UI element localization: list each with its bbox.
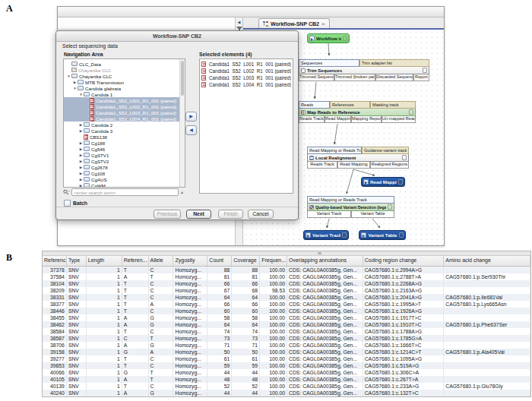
input-port[interactable]: Reads [299, 101, 330, 109]
input-port[interactable]: Guidance-variant track [362, 147, 409, 154]
tree-item[interactable]: ▶Cg2678 [64, 164, 185, 170]
tree-expander-icon[interactable]: ▶ [72, 81, 78, 84]
node-menu-icon[interactable] [398, 179, 403, 185]
search-input[interactable] [71, 188, 179, 196]
tree-expander-icon[interactable]: ▶ [78, 166, 84, 169]
tree-scrollbar[interactable] [179, 59, 185, 187]
table-header-cell[interactable]: Referenc... [43, 256, 67, 266]
node-menu-icon[interactable] [343, 36, 347, 41]
step-header[interactable]: Local Realignment [307, 154, 409, 162]
table-row[interactable]: 39853SNV1TCHomozyg...5959100.00CDS: CAGL… [43, 362, 530, 369]
tree-item[interactable]: ▶CgSTV1 [64, 152, 185, 158]
tree-expander-icon[interactable]: ▶ [78, 178, 84, 182]
table-row[interactable]: 39158SNV1GAHomozyg...5050100.00CDS: CAGL… [43, 349, 530, 355]
input-port[interactable]: Read Mapping or Reads Track [307, 196, 394, 204]
input-port[interactable]: References [330, 101, 370, 109]
table-row[interactable]: 38377SNV1TAHomozyg...6666100.00CDS: CAGL… [43, 301, 530, 308]
tree-item[interactable]: ▶CgAUS [64, 176, 185, 182]
tree-item[interactable]: ▶Cg108 [64, 170, 185, 176]
add-elements-button[interactable]: ▶ [185, 112, 197, 122]
output-port[interactable]: Realigned Regions [370, 162, 409, 169]
tree-item[interactable]: ▼Chayanika CLC [64, 73, 185, 79]
tree-item[interactable]: ▶Cg546 [64, 146, 185, 152]
search-icon[interactable] [63, 189, 70, 196]
output-port[interactable]: Trimmed Sequences [299, 74, 334, 81]
selected-element[interactable]: Candida1_S52_L002_R1_001 (paired) [200, 68, 293, 74]
table-header-cell[interactable]: Zygosity [173, 256, 207, 266]
tree-item[interactable]: Candida1_S52_L003_R1_001 (paired) [64, 109, 185, 115]
tree-item[interactable]: ▶CgSTV2 [64, 158, 185, 164]
tab-workflow-snp-cb2[interactable]: Workflow-SNP CB2 × [258, 18, 330, 28]
table-header-cell[interactable]: Coding region change [363, 256, 445, 266]
tree-expander-icon[interactable]: ▶ [78, 153, 84, 157]
workflow-block-qvd[interactable]: Read Mapping or Reads TrackQuality-based… [307, 196, 394, 218]
table-row[interactable]: 38706SNV1AGHomozyg...7171100.00CDS: CAGL… [43, 342, 530, 349]
tree-item[interactable]: ▶MTB Transmission [64, 79, 185, 85]
tree-item[interactable]: ▶Candida 2 [64, 122, 185, 128]
tree-item[interactable]: ▼Candida 1 [64, 91, 185, 97]
node-menu-icon[interactable] [423, 68, 427, 73]
table-row[interactable]: 38331SNV1TCHomozyg...6464100.00CDS: CAGL… [43, 294, 530, 301]
tree-item[interactable]: Candida1_S52_L004_R1_001 (paired) [64, 115, 185, 122]
tree-item[interactable]: ▶CgWM [64, 182, 185, 188]
remove-elements-button[interactable]: ◀ [185, 125, 197, 135]
table-row[interactable]: 40139SNV1TCHomozyg...5252100.00CDS: CAGL… [43, 383, 530, 390]
selected-element[interactable]: Candida1_S52_L001_R1_001 (paired) [200, 61, 293, 68]
tree-item[interactable]: Chayanika CLC [64, 67, 185, 73]
tree-expander-icon[interactable]: ▼ [78, 93, 84, 96]
tree-expander-icon[interactable]: ▼ [72, 87, 78, 90]
table-row[interactable]: 38104SNV1TCHomozyg...6666100.00CDS: CAGL… [43, 280, 530, 287]
workflow-block-realign[interactable]: Read Mapping or Reads TrackGuidance-vari… [307, 147, 409, 169]
input-port[interactable]: Masking track [370, 101, 416, 109]
table-header-cell[interactable]: Coverage [232, 256, 260, 266]
tree-item[interactable]: ▶Candida 3 [64, 128, 185, 134]
table-row[interactable]: 37378SNV1TCHomozyg...8888100.00CDS: CAGL… [43, 267, 530, 273]
tree-scrollbar-thumb[interactable] [181, 61, 184, 96]
table-header-cell[interactable]: Referen... [122, 256, 149, 266]
next-button[interactable]: Next [186, 210, 211, 219]
table-row[interactable]: 38209SNV1TCHomozyg...676898.53CDS: CAGL0… [43, 287, 530, 294]
table-row[interactable]: 38462SNV1AGHomozyg...6464100.00CDS: CAGL… [43, 321, 530, 328]
table-row[interactable]: 40105SNV1ATHomozyg...4848100.00CDS: CAGL… [43, 376, 530, 383]
collapse-pane-icon[interactable]: ◀ [236, 20, 242, 24]
table-row[interactable]: 37584SNV1ATHomozyg...8181100.00CDS: CAGL… [43, 273, 530, 280]
tree-expander-icon[interactable]: ▶ [78, 123, 84, 127]
workflow-block-map[interactable]: ReadsReferencesMasking trackMap Reads to… [299, 101, 416, 123]
tree-expander-icon[interactable]: ▶ [78, 147, 84, 151]
tree-expander-icon[interactable]: ▶ [78, 129, 84, 133]
output-node-variant-table[interactable]: ▶ Variant Table [359, 230, 406, 240]
tree-item[interactable]: ▼Candida glabrata [64, 85, 185, 91]
output-port[interactable]: Reads Track [307, 162, 337, 169]
node-menu-icon[interactable] [342, 232, 347, 238]
splitter-handle-icon[interactable] [318, 252, 321, 254]
node-menu-icon[interactable] [388, 204, 392, 210]
step-header[interactable]: Trim Sequences [299, 67, 429, 74]
table-row[interactable]: 38446SNV1TCHomozyg...6060100.00CDS: CAGL… [43, 308, 530, 314]
table-row[interactable]: 40240SNV1AGHomozyg...4444100.00CDS: CAGL… [43, 390, 530, 396]
table-header-cell[interactable]: Frequen... [260, 256, 287, 266]
tree-item[interactable]: ▶Cg188 [64, 140, 185, 146]
selected-element[interactable]: Candida1_S52_L004_R1_001 (paired) [200, 81, 293, 88]
tree-item[interactable]: CLC_Data [64, 61, 185, 67]
table-row[interactable]: 38584SNV1TCHomozyg...7474100.00CDS: CAGL… [43, 328, 530, 335]
tree-item[interactable]: Candida1_S52_L002_R1_001 (paired) [64, 103, 185, 109]
input-port[interactable]: Sequences [299, 59, 359, 67]
tree-expander-icon[interactable]: ▼ [66, 74, 71, 78]
output-node-variant-track[interactable]: ▶ Variant Track [303, 230, 349, 240]
tree-expander-icon[interactable]: ▶ [78, 159, 84, 163]
table-row[interactable]: 39277SNV1TCHomozyg...6161100.00CDS: CAGL… [43, 355, 530, 362]
node-menu-icon[interactable] [409, 109, 413, 115]
table-header-cell[interactable]: Overlapping annotations [287, 256, 363, 266]
input-port[interactable]: Read Mapping or Reads Track [307, 147, 362, 154]
table-header-cell[interactable]: Amino acid change [444, 256, 530, 266]
tree-item[interactable]: CBS138 [64, 134, 185, 140]
output-port[interactable]: Discarded Sequences [375, 74, 413, 81]
output-port[interactable]: Mapping Report [351, 116, 382, 123]
table-header-cell[interactable]: Count [207, 256, 232, 266]
output-port[interactable]: Reads Track [299, 116, 325, 123]
table-header-cell[interactable]: Type [67, 256, 87, 266]
table-row[interactable]: 38587SNV1CTHomozyg...7373100.00CDS: CAGL… [43, 335, 530, 342]
tab-close-icon[interactable]: × [321, 21, 325, 27]
input-port[interactable]: Trim adapter list [359, 59, 429, 67]
output-port[interactable]: Read Mapping [325, 116, 351, 123]
